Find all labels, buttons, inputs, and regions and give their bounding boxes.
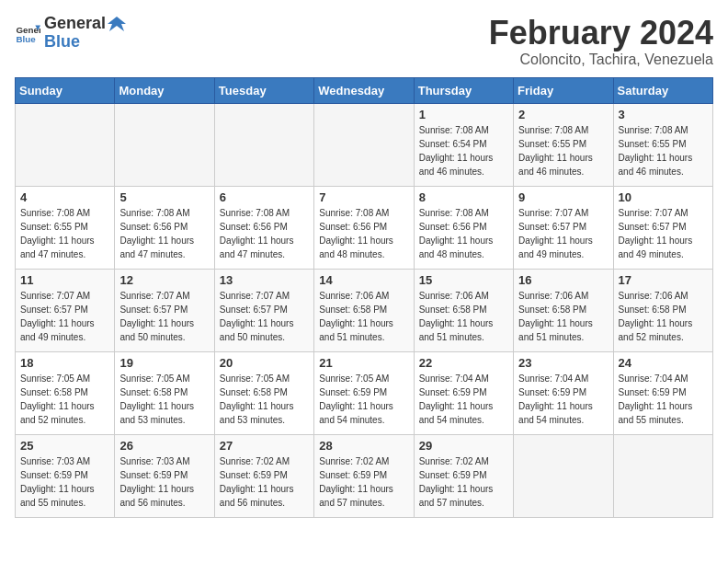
svg-marker-3 <box>108 17 126 31</box>
day-info: Sunrise: 7:06 AM Sunset: 6:58 PM Dayligh… <box>319 289 408 344</box>
calendar-day-cell: 14Sunrise: 7:06 AM Sunset: 6:58 PM Dayli… <box>314 269 414 351</box>
day-number: 24 <box>619 356 708 370</box>
day-number: 23 <box>518 356 608 370</box>
day-info: Sunrise: 7:03 AM Sunset: 6:59 PM Dayligh… <box>119 454 209 510</box>
calendar-day-cell <box>514 434 613 517</box>
calendar-day-cell: 6Sunrise: 7:08 AM Sunset: 6:56 PM Daylig… <box>214 186 313 269</box>
calendar-day-cell: 7Sunrise: 7:08 AM Sunset: 6:56 PM Daylig… <box>314 186 414 269</box>
calendar-title: February 2024 <box>489 15 713 52</box>
svg-text:Blue: Blue <box>16 34 36 44</box>
day-of-week-header: Wednesday <box>314 77 414 103</box>
calendar-day-cell: 20Sunrise: 7:05 AM Sunset: 6:58 PM Dayli… <box>214 351 313 434</box>
day-number: 17 <box>619 273 708 287</box>
calendar-day-cell: 10Sunrise: 7:07 AM Sunset: 6:57 PM Dayli… <box>613 186 712 269</box>
day-number: 18 <box>20 356 109 370</box>
calendar-day-cell: 11Sunrise: 7:07 AM Sunset: 6:57 PM Dayli… <box>16 269 115 351</box>
day-of-week-header: Sunday <box>16 77 115 103</box>
day-number: 5 <box>119 190 209 204</box>
day-info: Sunrise: 7:07 AM Sunset: 6:57 PM Dayligh… <box>619 206 708 261</box>
title-section: February 2024 Coloncito, Tachira, Venezu… <box>489 15 713 68</box>
calendar-day-cell: 18Sunrise: 7:05 AM Sunset: 6:58 PM Dayli… <box>16 351 115 434</box>
calendar-day-cell <box>214 103 313 186</box>
day-info: Sunrise: 7:02 AM Sunset: 6:59 PM Dayligh… <box>419 454 508 510</box>
day-number: 29 <box>419 439 508 453</box>
calendar-day-cell: 17Sunrise: 7:06 AM Sunset: 6:58 PM Dayli… <box>613 269 712 351</box>
calendar-day-cell <box>115 103 214 186</box>
calendar-day-cell: 1Sunrise: 7:08 AM Sunset: 6:54 PM Daylig… <box>414 103 513 186</box>
day-info: Sunrise: 7:08 AM Sunset: 6:56 PM Dayligh… <box>119 206 209 261</box>
calendar-day-cell: 12Sunrise: 7:07 AM Sunset: 6:57 PM Dayli… <box>115 269 214 351</box>
day-number: 27 <box>220 439 309 453</box>
day-number: 20 <box>220 356 309 370</box>
day-info: Sunrise: 7:06 AM Sunset: 6:58 PM Dayligh… <box>518 289 608 344</box>
day-info: Sunrise: 7:04 AM Sunset: 6:59 PM Dayligh… <box>419 372 508 427</box>
day-info: Sunrise: 7:05 AM Sunset: 6:58 PM Dayligh… <box>119 372 209 427</box>
calendar-day-cell: 25Sunrise: 7:03 AM Sunset: 6:59 PM Dayli… <box>16 434 115 517</box>
calendar-day-cell <box>16 103 115 186</box>
day-of-week-header: Tuesday <box>214 77 313 103</box>
calendar-day-cell: 15Sunrise: 7:06 AM Sunset: 6:58 PM Dayli… <box>414 269 513 351</box>
calendar-day-cell: 3Sunrise: 7:08 AM Sunset: 6:55 PM Daylig… <box>613 103 712 186</box>
day-number: 14 <box>319 273 408 287</box>
logo-bird-icon <box>108 15 126 33</box>
day-info: Sunrise: 7:05 AM Sunset: 6:58 PM Dayligh… <box>20 372 109 427</box>
calendar-week-row: 18Sunrise: 7:05 AM Sunset: 6:58 PM Dayli… <box>16 351 713 434</box>
calendar-day-cell <box>613 434 712 517</box>
day-number: 1 <box>419 108 508 121</box>
day-info: Sunrise: 7:02 AM Sunset: 6:59 PM Dayligh… <box>220 454 309 510</box>
day-number: 8 <box>419 190 508 204</box>
day-of-week-header: Friday <box>514 77 613 103</box>
calendar-week-row: 11Sunrise: 7:07 AM Sunset: 6:57 PM Dayli… <box>16 269 713 351</box>
calendar-day-cell: 5Sunrise: 7:08 AM Sunset: 6:56 PM Daylig… <box>115 186 214 269</box>
day-number: 15 <box>419 273 508 287</box>
day-info: Sunrise: 7:08 AM Sunset: 6:55 PM Dayligh… <box>518 123 608 178</box>
day-number: 19 <box>119 356 209 370</box>
day-number: 21 <box>319 356 408 370</box>
day-number: 25 <box>20 439 109 453</box>
day-number: 4 <box>20 190 109 204</box>
day-number: 2 <box>518 108 608 121</box>
calendar-table: SundayMondayTuesdayWednesdayThursdayFrid… <box>15 77 713 518</box>
day-info: Sunrise: 7:04 AM Sunset: 6:59 PM Dayligh… <box>518 372 608 427</box>
day-info: Sunrise: 7:06 AM Sunset: 6:58 PM Dayligh… <box>619 289 708 344</box>
calendar-week-row: 25Sunrise: 7:03 AM Sunset: 6:59 PM Dayli… <box>16 434 713 517</box>
calendar-day-cell: 16Sunrise: 7:06 AM Sunset: 6:58 PM Dayli… <box>514 269 613 351</box>
calendar-day-cell: 19Sunrise: 7:05 AM Sunset: 6:58 PM Dayli… <box>115 351 214 434</box>
day-info: Sunrise: 7:08 AM Sunset: 6:54 PM Dayligh… <box>419 123 508 178</box>
calendar-day-cell: 29Sunrise: 7:02 AM Sunset: 6:59 PM Dayli… <box>414 434 513 517</box>
day-number: 12 <box>119 273 209 287</box>
calendar-day-cell: 26Sunrise: 7:03 AM Sunset: 6:59 PM Dayli… <box>115 434 214 517</box>
day-info: Sunrise: 7:08 AM Sunset: 6:56 PM Dayligh… <box>220 206 309 261</box>
day-info: Sunrise: 7:06 AM Sunset: 6:58 PM Dayligh… <box>419 289 508 344</box>
calendar-day-cell: 9Sunrise: 7:07 AM Sunset: 6:57 PM Daylig… <box>514 186 613 269</box>
day-number: 13 <box>220 273 309 287</box>
logo-icon: General Blue <box>15 20 40 46</box>
logo-general-text: General <box>44 15 106 33</box>
calendar-week-row: 1Sunrise: 7:08 AM Sunset: 6:54 PM Daylig… <box>16 103 713 186</box>
calendar-day-cell: 27Sunrise: 7:02 AM Sunset: 6:59 PM Dayli… <box>214 434 313 517</box>
calendar-day-cell: 22Sunrise: 7:04 AM Sunset: 6:59 PM Dayli… <box>414 351 513 434</box>
day-info: Sunrise: 7:08 AM Sunset: 6:55 PM Dayligh… <box>619 123 708 178</box>
day-number: 10 <box>619 190 708 204</box>
calendar-subtitle: Coloncito, Tachira, Venezuela <box>489 52 713 68</box>
day-info: Sunrise: 7:08 AM Sunset: 6:56 PM Dayligh… <box>419 206 508 261</box>
day-info: Sunrise: 7:07 AM Sunset: 6:57 PM Dayligh… <box>119 289 209 344</box>
day-number: 6 <box>220 190 309 204</box>
day-number: 22 <box>419 356 508 370</box>
calendar-day-cell: 28Sunrise: 7:02 AM Sunset: 6:59 PM Dayli… <box>314 434 414 517</box>
day-number: 11 <box>20 273 109 287</box>
calendar-week-row: 4Sunrise: 7:08 AM Sunset: 6:55 PM Daylig… <box>16 186 713 269</box>
logo: General Blue General Blue <box>15 15 126 52</box>
day-info: Sunrise: 7:04 AM Sunset: 6:59 PM Dayligh… <box>619 372 708 427</box>
day-of-week-header: Monday <box>115 77 214 103</box>
day-number: 26 <box>119 439 209 453</box>
day-info: Sunrise: 7:03 AM Sunset: 6:59 PM Dayligh… <box>20 454 109 510</box>
day-info: Sunrise: 7:07 AM Sunset: 6:57 PM Dayligh… <box>518 206 608 261</box>
day-info: Sunrise: 7:07 AM Sunset: 6:57 PM Dayligh… <box>220 289 309 344</box>
day-number: 16 <box>518 273 608 287</box>
calendar-day-cell: 4Sunrise: 7:08 AM Sunset: 6:55 PM Daylig… <box>16 186 115 269</box>
calendar-day-cell: 23Sunrise: 7:04 AM Sunset: 6:59 PM Dayli… <box>514 351 613 434</box>
calendar-header-row: SundayMondayTuesdayWednesdayThursdayFrid… <box>16 77 713 103</box>
day-info: Sunrise: 7:08 AM Sunset: 6:56 PM Dayligh… <box>319 206 408 261</box>
calendar-day-cell <box>314 103 414 186</box>
